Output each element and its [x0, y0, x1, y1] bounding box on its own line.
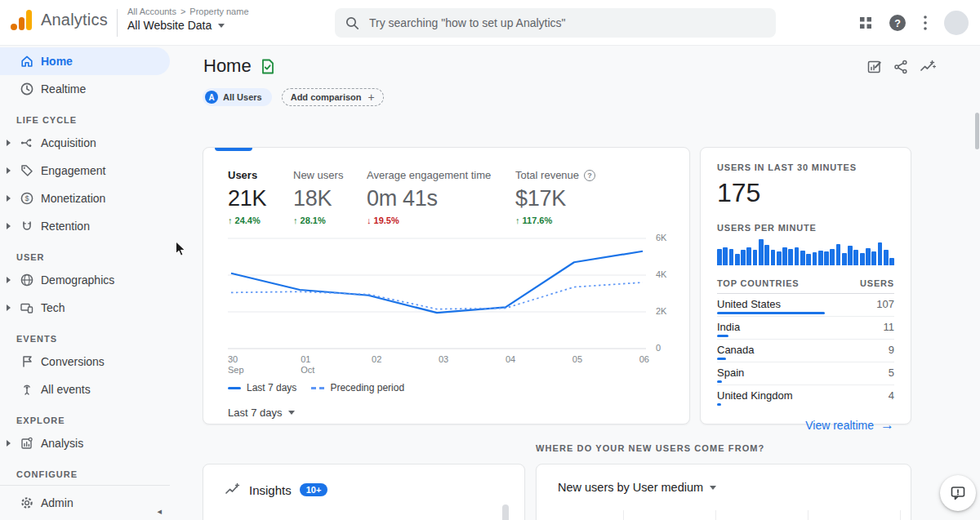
help-circle-icon[interactable]: ?	[584, 170, 595, 181]
feedback-button[interactable]	[940, 475, 976, 511]
add-comparison-button[interactable]: Add comparison +	[282, 88, 384, 106]
sidebar-item-label: Monetization	[41, 192, 105, 205]
active-metric-tab-indicator	[215, 148, 252, 151]
analytics-logo[interactable]: Analytics	[10, 8, 108, 31]
search-input[interactable]	[369, 16, 766, 29]
date-range-selector[interactable]: Last 7 days	[228, 407, 689, 419]
metric-users[interactable]: Users 21K ↑ 24.4%	[228, 169, 293, 225]
expand-arrow-icon[interactable]	[7, 440, 11, 447]
table-row[interactable]: Canada9	[717, 340, 894, 362]
breadcrumb-account[interactable]: All Accounts	[127, 7, 176, 16]
down-arrow-icon: ↓	[367, 216, 372, 225]
plus-icon: +	[368, 91, 375, 103]
breadcrumb: All Accounts > Property name	[127, 7, 249, 16]
users-per-minute-bar	[746, 247, 751, 265]
sidebar-item-demographics[interactable]: Demographics	[0, 266, 180, 294]
header-actions: ?	[859, 0, 969, 46]
users-per-minute-bar	[830, 249, 835, 265]
expand-arrow-icon[interactable]	[7, 167, 11, 174]
users-per-minute-bar	[860, 253, 865, 265]
page-scrollbar-thumb[interactable]	[975, 113, 979, 149]
x-axis-tick: 04	[506, 354, 515, 376]
all-users-chip[interactable]: A All Users	[203, 88, 272, 106]
gridline	[623, 510, 624, 520]
insights-count-badge[interactable]: 10+	[300, 483, 328, 496]
insights-header: Insights 10+	[203, 464, 524, 497]
users-per-minute-bar	[771, 250, 776, 265]
expand-arrow-icon[interactable]	[7, 195, 11, 202]
sidebar-item-all-events[interactable]: All events	[0, 376, 180, 403]
share-icon[interactable]	[893, 60, 908, 74]
avatar[interactable]	[944, 11, 969, 35]
sidebar-item-realtime[interactable]: Realtime	[0, 75, 180, 103]
country-bar	[717, 380, 722, 383]
metric-label: Total revenue?	[515, 169, 654, 181]
sidebar-section-configure: CONFIGURE	[16, 467, 180, 482]
sidebar-item-home[interactable]: Home	[0, 47, 170, 75]
sidebar-section-user: USER	[16, 250, 180, 264]
table-row[interactable]: United States107	[717, 294, 894, 317]
up-arrow-icon: ↑	[515, 216, 520, 225]
trend-line-chart	[228, 235, 649, 351]
view-realtime-link[interactable]: View realtime →	[717, 418, 894, 432]
country-name: Canada	[717, 344, 755, 356]
country-name: India	[717, 321, 740, 333]
legend-label: Preceding period	[330, 382, 404, 393]
help-icon[interactable]: ?	[889, 14, 906, 32]
clock-icon	[20, 82, 34, 96]
table-row[interactable]: Spain5	[717, 362, 894, 385]
all-users-chip-label: All Users	[223, 92, 262, 102]
legend-last-7-days: Last 7 days	[228, 382, 296, 393]
chevron-down-icon	[288, 411, 295, 415]
sidebar-item-retention[interactable]: Retention	[0, 212, 180, 240]
more-vertical-icon[interactable]	[923, 15, 928, 31]
sidebar-item-label: Demographics	[41, 273, 114, 287]
x-axis-tick: 01Oct	[301, 354, 314, 376]
users-per-minute-bar	[824, 251, 829, 265]
devices-icon	[20, 300, 34, 315]
breadcrumb-separator: >	[180, 7, 185, 16]
search-bar[interactable]	[335, 8, 776, 38]
account-breadcrumb[interactable]: All Accounts > Property name All Website…	[127, 7, 249, 32]
expand-arrow-icon[interactable]	[7, 140, 11, 146]
saved-report-icon[interactable]	[260, 59, 275, 74]
sidebar-item-analysis[interactable]: Analysis	[0, 429, 180, 457]
apps-grid-icon[interactable]	[859, 16, 872, 29]
sidebar-item-monetization[interactable]: $ Monetization	[0, 184, 180, 212]
table-row[interactable]: United Kingdom4	[717, 385, 894, 407]
delta-value: 117.6%	[523, 216, 553, 225]
metric-new-users[interactable]: New users 18K ↑ 28.1%	[293, 169, 367, 225]
sidebar-collapse-icon[interactable]: ◂	[157, 506, 162, 517]
users-per-minute-bar	[741, 250, 746, 265]
sidebar-item-admin[interactable]: Admin	[0, 489, 180, 517]
expand-arrow-icon[interactable]	[7, 304, 11, 311]
sidebar-item-engagement[interactable]: Engagement	[0, 157, 180, 184]
expand-arrow-icon[interactable]	[7, 223, 11, 229]
x-axis-tick: 06	[639, 354, 649, 376]
users-per-minute-bar	[777, 251, 782, 265]
dashed-line-swatch	[311, 387, 324, 389]
property-selector[interactable]: All Website Data	[127, 19, 249, 32]
svg-text:?: ?	[894, 18, 901, 29]
metric-total-revenue[interactable]: Total revenue? $17K ↑ 117.6%	[515, 169, 654, 225]
events-touch-icon	[20, 382, 34, 397]
new-users-card-title[interactable]: New users by User medium	[537, 464, 911, 494]
users-per-minute-bar	[889, 258, 894, 265]
users-per-minute-bar	[800, 251, 805, 265]
insights-scrollbar-thumb[interactable]	[502, 504, 509, 520]
sidebar-item-label: Engagement	[41, 164, 105, 177]
customize-dashboard-icon[interactable]	[866, 59, 882, 74]
sidebar-item-acquisition[interactable]: Acquisition	[0, 129, 180, 157]
users-per-minute-bar	[836, 244, 841, 265]
sidebar-item-tech[interactable]: Tech	[0, 294, 180, 322]
x-axis-ticks: 30Sep 01Oct 02 03 04 05 06	[228, 354, 649, 376]
insights-icon[interactable]	[920, 60, 936, 74]
expand-arrow-icon[interactable]	[7, 277, 11, 283]
metric-delta: ↓ 19.5%	[367, 216, 515, 225]
metric-label: Users	[228, 169, 293, 181]
table-row[interactable]: India11	[717, 317, 894, 340]
breadcrumb-property[interactable]: Property name	[189, 7, 248, 16]
metric-avg-engagement-time[interactable]: Average engagement time 0m 41s ↓ 19.5%	[367, 169, 515, 225]
sidebar-item-conversions[interactable]: Conversions	[0, 348, 180, 376]
users-per-minute-bar	[723, 247, 728, 265]
